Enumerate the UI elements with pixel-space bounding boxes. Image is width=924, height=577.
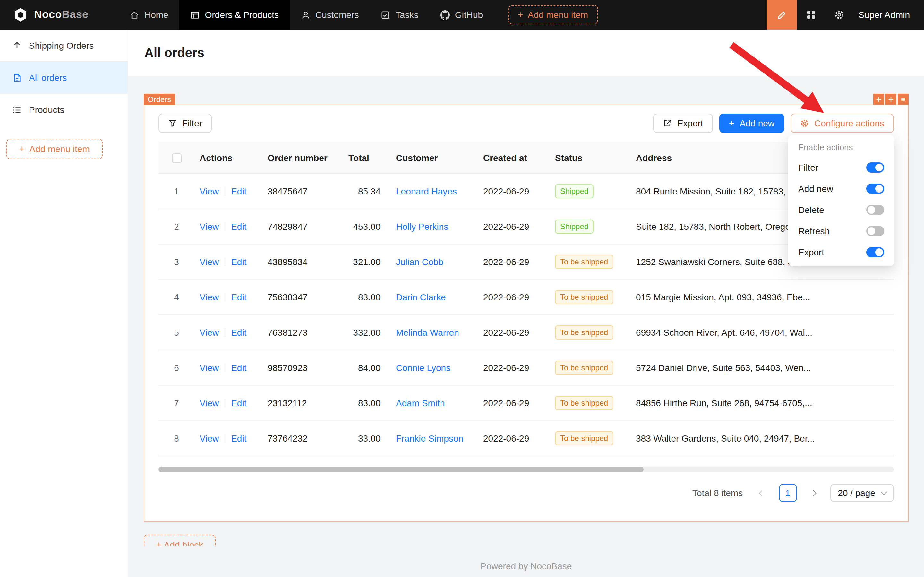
created-at-cell: 2022-06-29	[478, 327, 550, 338]
status-badge: To be shipped	[555, 396, 613, 410]
horizontal-scrollbar-track[interactable]	[158, 467, 894, 472]
edit-link[interactable]: Edit	[231, 398, 246, 408]
add-menu-item-label: Add menu item	[29, 144, 90, 154]
plugins-button[interactable]	[797, 0, 825, 29]
home-icon	[130, 10, 139, 19]
gear-icon	[834, 10, 844, 20]
page-size-select[interactable]: 20 / page	[830, 484, 894, 502]
toggle-switch[interactable]	[866, 162, 884, 172]
ui-editor-toggle-button[interactable]	[767, 0, 797, 29]
nav-item[interactable]: Home	[119, 0, 179, 29]
filter-button[interactable]: Filter	[158, 114, 212, 133]
row-index[interactable]: 4	[158, 292, 195, 302]
orders-block: Orders Filter	[144, 105, 909, 522]
table-icon	[190, 10, 200, 19]
customer-link[interactable]: Adam Smith	[396, 398, 445, 408]
column-header: Created at	[478, 152, 550, 163]
edit-link[interactable]: Edit	[231, 186, 246, 197]
page-title: All orders	[128, 29, 924, 76]
row-index[interactable]: 5	[158, 327, 195, 338]
view-link[interactable]: View	[200, 257, 219, 267]
plus-square-icon[interactable]	[873, 94, 884, 105]
sidebar-add-menu-item-button[interactable]: Add menu item	[6, 139, 103, 159]
customer-link[interactable]: Melinda Warren	[396, 327, 459, 338]
dropdown-item[interactable]: Delete	[790, 199, 892, 220]
dropdown-item[interactable]: Export	[790, 241, 892, 263]
customer-link[interactable]: Julian Cobb	[396, 257, 443, 267]
edit-link[interactable]: Edit	[231, 257, 246, 267]
sidebar-item[interactable]: Shipping Orders	[0, 29, 128, 61]
sidebar-item[interactable]: All orders	[0, 61, 128, 94]
list-icon	[12, 105, 22, 114]
table-row: 3 View Edit 43895834 321.00 Julian Cobb …	[158, 245, 894, 280]
horizontal-scrollbar-thumb[interactable]	[158, 467, 644, 472]
dropdown-item[interactable]: Refresh	[790, 220, 892, 241]
menu-icon[interactable]	[898, 94, 909, 105]
configure-actions-button[interactable]: Configure actions	[790, 114, 894, 133]
toggle-switch[interactable]	[866, 247, 884, 257]
order-number-cell: 76381273	[262, 327, 343, 338]
customer-link[interactable]: Frankie Simpson	[396, 433, 463, 443]
edit-link[interactable]: Edit	[231, 363, 246, 373]
table-row: 5 View Edit 76381273 332.00 Melinda Warr…	[158, 315, 894, 350]
view-link[interactable]: View	[200, 398, 219, 408]
select-all-checkbox[interactable]	[172, 153, 181, 163]
navbar-add-menu-item-button[interactable]: Add menu item	[508, 5, 598, 24]
edit-link[interactable]: Edit	[231, 433, 246, 443]
dropdown-item[interactable]: Filter	[790, 156, 892, 178]
add-new-button[interactable]: Add new	[719, 114, 784, 133]
view-link[interactable]: View	[200, 363, 219, 373]
export-button[interactable]: Export	[654, 114, 713, 133]
nav-item-label: GitHub	[455, 10, 483, 20]
row-index[interactable]: 8	[158, 433, 195, 443]
customer-link[interactable]: Darin Clarke	[396, 292, 446, 302]
status-badge: Shipped	[555, 184, 594, 198]
sidebar-item[interactable]: Products	[0, 94, 128, 126]
view-link[interactable]: View	[200, 433, 219, 443]
nocobase-logo[interactable]: NocoBase	[0, 0, 119, 29]
total-cell: 83.00	[343, 292, 391, 302]
chevron-down-icon	[881, 488, 887, 495]
row-actions: View Edit	[195, 186, 262, 197]
settings-button[interactable]	[825, 0, 853, 29]
row-actions: View Edit	[195, 398, 262, 408]
user-menu[interactable]: Super Admin	[853, 10, 924, 20]
view-link[interactable]: View	[200, 327, 219, 338]
row-index[interactable]: 6	[158, 363, 195, 373]
toggle-switch[interactable]	[866, 183, 884, 193]
order-number-cell: 75638347	[262, 292, 343, 302]
highlighter-icon	[776, 9, 787, 20]
plus-square-icon[interactable]	[885, 94, 897, 105]
nav-item[interactable]: Customers	[290, 0, 370, 29]
total-cell: 84.00	[343, 363, 391, 373]
configure-actions-label: Configure actions	[814, 118, 884, 128]
view-link[interactable]: View	[200, 292, 219, 302]
action-divider	[225, 222, 225, 231]
row-index[interactable]: 3	[158, 257, 195, 267]
next-page-button[interactable]	[804, 484, 822, 502]
edit-link[interactable]: Edit	[231, 327, 246, 338]
customer-link[interactable]: Connie Lyons	[396, 363, 451, 373]
edit-link[interactable]: Edit	[231, 292, 246, 302]
edit-link[interactable]: Edit	[231, 221, 246, 232]
view-link[interactable]: View	[200, 186, 219, 197]
customer-link[interactable]: Holly Perkins	[396, 221, 448, 232]
page-size-value: 20 / page	[838, 488, 875, 498]
nav-item[interactable]: GitHub	[429, 0, 494, 29]
add-block-button[interactable]: Add block	[144, 535, 216, 546]
toggle-switch[interactable]	[866, 226, 884, 236]
total-cell: 83.00	[343, 398, 391, 408]
dropdown-item[interactable]: Add new	[790, 178, 892, 199]
nav-item[interactable]: Tasks	[370, 0, 429, 29]
prev-page-button[interactable]	[753, 484, 771, 502]
row-index[interactable]: 7	[158, 398, 195, 408]
customer-link[interactable]: Leonard Hayes	[396, 186, 457, 197]
current-page-button[interactable]: 1	[779, 484, 797, 502]
row-index[interactable]: 2	[158, 221, 195, 232]
block-tag: Orders	[144, 94, 175, 105]
table-header-row: Actions Order number Total Customer Crea…	[158, 142, 894, 174]
view-link[interactable]: View	[200, 221, 219, 232]
toggle-switch[interactable]	[866, 205, 884, 215]
row-index[interactable]: 1	[158, 186, 195, 197]
nav-item[interactable]: Orders & Products	[179, 0, 290, 29]
